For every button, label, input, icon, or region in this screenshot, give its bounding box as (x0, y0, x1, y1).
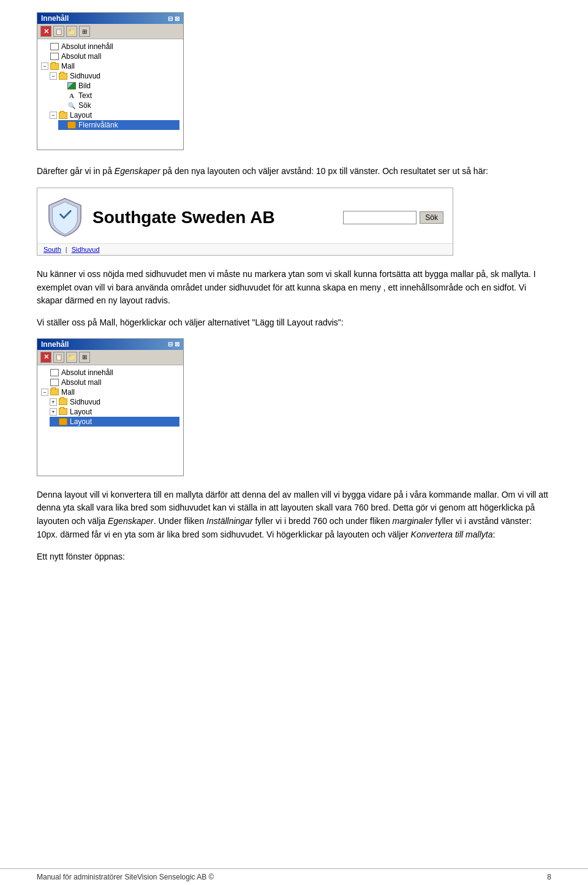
text-icon: A (67, 91, 77, 100)
paragraph-1: Nu känner vi oss nöjda med sidhuvudet me… (37, 268, 551, 308)
tree-label: Text (78, 91, 92, 100)
nav-link-south[interactable]: South (43, 246, 61, 253)
multilink-icon (67, 121, 77, 129)
tree-label: Absolut innehåll (61, 368, 113, 377)
titlebar-icons: ⊟ ⊠ (168, 15, 179, 22)
titlebar-icon-4: ⊠ (175, 341, 179, 348)
preview-nav: South | Sidhuvud (37, 243, 453, 255)
paragraph-2: Vi ställer oss på Mall, högerklickar och… (37, 316, 551, 330)
company-name: Southgate Sweden AB (92, 208, 334, 227)
folder-icon-2 (50, 388, 59, 397)
tree-label: Sök (78, 101, 91, 110)
tree-label: Absolut mall (61, 378, 101, 387)
panel-toolbar: ✕ 📋 📁 ⊞ (37, 24, 183, 39)
folder-icon (58, 72, 68, 80)
panel-toolbar-2: ✕ 📋 📁 ⊞ (37, 350, 183, 365)
expand-icon-2[interactable]: − (41, 389, 48, 396)
expand-icon-3[interactable]: + (50, 398, 57, 406)
tree-label: Absolut mall (61, 52, 101, 61)
tree-item-sok[interactable]: 🔍 Sök (58, 101, 179, 110)
bottom-paragraph-2: Ett nytt fönster öppnas: (37, 550, 551, 564)
tree-label: Flernivålänk (78, 121, 118, 129)
delete-button-2[interactable]: ✕ (40, 352, 51, 363)
folder-icon-3 (58, 398, 68, 406)
tree-item-text[interactable]: A Text (58, 91, 179, 101)
tree-label: Layout (70, 111, 92, 120)
page-icon (50, 42, 59, 51)
tree-label: Mall (61, 62, 75, 70)
search-input[interactable] (343, 211, 417, 224)
titlebar-icon-2: ⊠ (175, 15, 179, 22)
paragraph-text-1: Nu känner vi oss nöjda med sidhuvudet me… (37, 268, 551, 308)
titlebar-icon-3: ⊟ (168, 341, 173, 348)
tree-label: Mall (61, 388, 75, 397)
search-button[interactable]: Sök (420, 211, 443, 224)
southgate-preview: Southgate Sweden AB Sök South | Sidhuvud (37, 188, 453, 256)
tree2-item-layout-selected[interactable]: Layout (50, 417, 179, 427)
tree-item-sidhuvud[interactable]: − Sidhuvud (50, 71, 179, 81)
intro-text: Därefter går vi in på Egenskaper på den … (37, 165, 551, 178)
expand-icon[interactable]: − (50, 72, 57, 80)
shield-icon (47, 197, 83, 237)
bottom-innehall-panel: Innehåll ⊟ ⊠ ✕ 📋 📁 ⊞ Absolut innehåll (37, 338, 184, 476)
folder-icon (58, 111, 68, 120)
top-tree: Absolut innehåll Absolut mall − Mall − S… (37, 39, 183, 150)
folder-button[interactable]: 📁 (66, 26, 77, 37)
panel-title: Innehåll (41, 14, 69, 23)
tree2-item-absolut-mall[interactable]: Absolut mall (41, 378, 179, 387)
intro-paragraph: Därefter går vi in på Egenskaper på den … (37, 165, 551, 178)
image-icon (67, 82, 77, 90)
tree2-item-absolut-innehall[interactable]: Absolut innehåll (41, 368, 179, 378)
tree2-item-sidhuvud[interactable]: + Sidhuvud (50, 397, 179, 407)
bottom-paragraph-text-2: Ett nytt fönster öppnas: (37, 550, 551, 564)
grid-button[interactable]: ⊞ (79, 26, 90, 37)
expand-icon[interactable]: − (41, 63, 48, 70)
tree-item-mall[interactable]: − Mall (41, 61, 179, 71)
panel-title-2: Innehåll (41, 340, 69, 349)
tree-item-flernivalank[interactable]: Flernivålänk (58, 120, 179, 130)
tree-label: Sidhuvud (70, 398, 100, 406)
tree-label: Bild (78, 82, 91, 90)
bottom-paragraph-1: Denna layout vill vi konvertera till en … (37, 488, 551, 542)
tree-label: Layout (70, 417, 92, 426)
tree-label: Sidhuvud (70, 72, 100, 80)
delete-button[interactable]: ✕ (40, 26, 51, 37)
footer-page-number: 8 (547, 873, 551, 881)
page-icon (50, 52, 59, 61)
tree2-item-mall[interactable]: − Mall (41, 387, 179, 397)
top-innehall-panel: Innehåll ⊟ ⊠ ✕ 📋 📁 ⊞ Absolut innehåll (37, 12, 184, 150)
page-footer: Manual för administratörer SiteVision Se… (0, 868, 588, 885)
folder-button-2[interactable]: 📁 (66, 352, 77, 363)
titlebar-icon-1: ⊟ (168, 15, 173, 22)
expand-icon[interactable]: − (50, 112, 57, 119)
search-area: Sök (343, 211, 443, 224)
nav-separator: | (66, 246, 67, 253)
multilink-icon-2 (58, 417, 68, 426)
tree-item-bild[interactable]: Bild (58, 81, 179, 91)
paragraph-text-2: Vi ställer oss på Mall, högerklickar och… (37, 316, 551, 330)
folder-icon-4 (58, 408, 68, 416)
bottom-paragraph-text-1: Denna layout vill vi konvertera till en … (37, 488, 551, 542)
page-icon-3 (50, 378, 59, 387)
tree-label: Layout (70, 408, 92, 416)
preview-header: Southgate Sweden AB Sök (37, 188, 453, 243)
page-icon-2 (50, 368, 59, 377)
tree-label: Absolut innehåll (61, 42, 113, 51)
bottom-tree: Absolut innehåll Absolut mall − Mall + S… (37, 365, 183, 476)
expand-icon-4[interactable]: + (50, 408, 57, 416)
tree-item-absolut-mall[interactable]: Absolut mall (41, 51, 179, 61)
folder-icon (50, 62, 59, 70)
nav-link-sidhuvud[interactable]: Sidhuvud (72, 246, 100, 253)
search-icon: 🔍 (67, 101, 77, 110)
copy-button-2[interactable]: 📋 (53, 352, 64, 363)
footer-text: Manual för administratörer SiteVision Se… (37, 873, 214, 881)
tree2-item-layout[interactable]: + Layout (50, 407, 179, 417)
tree-item-absolut-innehall[interactable]: Absolut innehåll (41, 42, 179, 51)
panel-titlebar: Innehåll ⊟ ⊠ (37, 13, 183, 24)
grid-button-2[interactable]: ⊞ (79, 352, 90, 363)
panel-titlebar-2: Innehåll ⊟ ⊠ (37, 339, 183, 350)
tree-item-layout[interactable]: − Layout (50, 110, 179, 120)
copy-button[interactable]: 📋 (53, 26, 64, 37)
titlebar-icons-2: ⊟ ⊠ (168, 341, 179, 348)
page-content: Innehåll ⊟ ⊠ ✕ 📋 📁 ⊞ Absolut innehåll (0, 0, 588, 609)
